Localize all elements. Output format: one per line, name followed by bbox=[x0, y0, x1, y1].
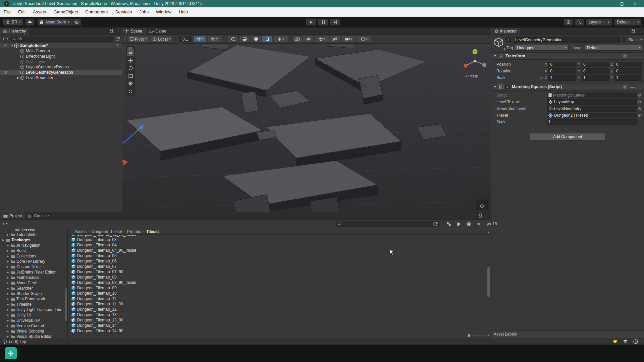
axis-z-field[interactable]: 0 bbox=[614, 62, 642, 67]
asset-item[interactable]: Dungeon_Tilemap_08 bbox=[68, 275, 486, 280]
shadow-toggle-button[interactable] bbox=[251, 36, 261, 42]
file-list-scrollbar[interactable]: ▲ ▼ bbox=[487, 235, 490, 333]
foldout-arrow-icon[interactable]: ▼ bbox=[493, 54, 497, 58]
scene-visibility-icon[interactable] bbox=[3, 44, 7, 48]
axis-x-field[interactable]: 1 bbox=[548, 75, 576, 81]
account-button[interactable]: BR▾ bbox=[3, 19, 23, 25]
menu-item[interactable]: Component bbox=[82, 7, 111, 16]
rotate-tool-button[interactable] bbox=[127, 65, 134, 72]
overlay-handle-icon[interactable]: ‖ bbox=[124, 37, 126, 42]
chevron-down-icon[interactable]: ▾ bbox=[216, 38, 218, 41]
asset-item[interactable]: Dungeon_Tilemap_06 bbox=[68, 258, 486, 264]
chevron-down-icon[interactable]: ▾ bbox=[324, 38, 325, 41]
object-picker-icon[interactable]: ⊙ bbox=[637, 93, 642, 98]
folder-row[interactable]: ▶ Custom NUnit bbox=[0, 264, 67, 269]
chevron-down-icon[interactable]: ▾ bbox=[7, 37, 8, 40]
menu-item[interactable]: Help bbox=[175, 7, 192, 16]
expand-arrow-icon[interactable]: ▶ bbox=[7, 249, 10, 252]
tree-scrollbar-thumb[interactable] bbox=[65, 288, 67, 321]
camera-preview-overlay[interactable] bbox=[476, 199, 488, 210]
menu-item[interactable]: File bbox=[0, 7, 14, 16]
component-enabled-checkbox[interactable]: ✓ bbox=[505, 85, 510, 89]
presets-icon[interactable] bbox=[630, 85, 635, 89]
chevron-down-icon[interactable]: ▾ bbox=[201, 38, 203, 41]
gameobject-name-field[interactable]: LevelGeometryGeneration bbox=[513, 37, 620, 43]
pivot-mode-button[interactable]: Pivot▾ bbox=[128, 36, 149, 42]
axis-y-field[interactable]: 1 bbox=[582, 75, 609, 81]
expand-arrow-icon[interactable]: ▶ bbox=[7, 270, 10, 274]
asset-item[interactable]: Dungeon_Tilemap_05 bbox=[68, 253, 486, 258]
expand-arrow-icon[interactable]: ▶ bbox=[7, 335, 10, 338]
menu-item[interactable]: GameObject bbox=[50, 7, 82, 16]
lock-icon[interactable] bbox=[479, 215, 482, 218]
hierarchy-item[interactable]: ▶ LevelGeometry bbox=[0, 75, 122, 80]
presets-icon[interactable] bbox=[630, 54, 635, 58]
step-button[interactable] bbox=[330, 19, 340, 25]
kebab-menu-icon[interactable]: ⋮ bbox=[116, 28, 120, 33]
tab-hierarchy[interactable]: Hierarchy bbox=[0, 28, 29, 35]
tab-project[interactable]: Project bbox=[0, 213, 25, 219]
asset-item[interactable]: Dungeon_Tilemap_13 bbox=[68, 312, 486, 317]
expand-arrow-icon[interactable]: ▶ bbox=[7, 329, 10, 333]
expand-arrow-icon[interactable]: ▶ bbox=[7, 287, 10, 290]
move-tool-button[interactable] bbox=[127, 57, 134, 64]
package-manager-icon[interactable] bbox=[623, 340, 628, 344]
asset-item[interactable]: Dungeon_Tilemap_03 bbox=[68, 237, 486, 242]
asset-item[interactable]: Dungeon_Tilemap_11 bbox=[68, 296, 486, 301]
axis-x-field[interactable]: 0 bbox=[548, 62, 576, 67]
search-warnings-button[interactable] bbox=[464, 221, 474, 227]
close-button[interactable]: ✕ bbox=[633, 1, 637, 6]
folder-row[interactable]: ▶ Universal RP bbox=[0, 318, 67, 323]
object-field[interactable]: LevelGeometry bbox=[547, 106, 637, 112]
hierarchy-item[interactable]: ▶ LayoutGeneratorRooms bbox=[0, 64, 122, 70]
orientation-mode-button[interactable]: Local▾ bbox=[151, 36, 172, 42]
cloud-button[interactable] bbox=[25, 19, 34, 25]
hierarchy-item[interactable]: ▶ Directional Light bbox=[0, 54, 122, 59]
hidden-items-button[interactable]: 18 bbox=[484, 221, 500, 227]
status-message[interactable]: (3, 6) Top bbox=[9, 339, 26, 344]
axis-z-field[interactable]: 0 bbox=[614, 68, 642, 74]
static-checkbox[interactable]: ✓ bbox=[622, 38, 626, 42]
kebab-menu-icon[interactable]: ⋮ bbox=[115, 43, 119, 48]
chevron-down-icon[interactable]: ▾ bbox=[640, 38, 642, 41]
create-asset-button[interactable]: + bbox=[2, 221, 5, 227]
grid-visibility-toggle[interactable]: Y ▾ bbox=[194, 36, 206, 42]
folder-row[interactable]: ▶ Tilesets bbox=[0, 229, 67, 232]
folder-row[interactable]: ▶ Mathematics bbox=[0, 275, 67, 280]
scroll-up-icon[interactable]: ▲ bbox=[487, 231, 490, 234]
expand-arrow-icon[interactable]: ▶ bbox=[7, 292, 10, 295]
asset-item[interactable]: Dungeon_Tilemap_14 bbox=[68, 323, 486, 328]
activity-indicator-icon[interactable] bbox=[633, 339, 638, 344]
effects-dropdown-button[interactable]: ▾ bbox=[315, 36, 329, 42]
folder-row[interactable]: ▶ TutorialInfo bbox=[0, 232, 67, 237]
folder-row[interactable]: ▶ Mono Cecil bbox=[0, 280, 67, 286]
debug-icon[interactable] bbox=[612, 339, 618, 344]
2d-mode-toggle[interactable]: 2D bbox=[293, 36, 302, 42]
folder-row[interactable]: ▶ Unity UI bbox=[0, 312, 67, 318]
asset-item[interactable]: Dungeon_Tilemap_07_90 bbox=[68, 269, 486, 275]
folder-row[interactable]: ▶ Visual Scripting bbox=[0, 328, 67, 334]
folder-row[interactable]: ▶ Packages bbox=[0, 237, 67, 243]
asset-item[interactable]: Dungeon_Tilemap_12 bbox=[68, 307, 486, 312]
kebab-menu-icon[interactable]: ⋮ bbox=[638, 28, 642, 33]
folder-row[interactable]: ▶ Collections bbox=[0, 253, 67, 259]
breadcrumb-item[interactable]: Dungeon_Tileset bbox=[92, 229, 122, 234]
folder-row[interactable]: ▶ JetBrains Rider Editor bbox=[0, 269, 67, 275]
active-checkbox[interactable]: ✓ bbox=[506, 38, 511, 42]
asset-item[interactable]: Dungeon_Tilemap_04 bbox=[68, 242, 486, 248]
menu-item[interactable]: Window bbox=[152, 7, 175, 16]
axis-y-field[interactable]: 0 bbox=[582, 68, 609, 74]
health-app-icon[interactable] bbox=[5, 347, 17, 359]
gizmos-toggle[interactable]: ▾ bbox=[357, 36, 371, 42]
folder-row[interactable]: ▶ Visual Studio Editor bbox=[0, 334, 67, 338]
folder-row[interactable]: ▶ Timeline bbox=[0, 302, 67, 307]
expand-arrow-icon[interactable]: ▶ bbox=[7, 313, 10, 317]
link-broken-icon[interactable]: ⊘ bbox=[540, 76, 545, 80]
tab-inspector[interactable]: Inspector bbox=[491, 28, 520, 35]
lock-icon[interactable] bbox=[110, 30, 113, 33]
kebab-menu-icon[interactable]: ⋮ bbox=[485, 213, 489, 218]
expand-arrow-icon[interactable]: ▶ bbox=[7, 308, 10, 311]
camera-settings-button[interactable]: ▾ bbox=[341, 36, 356, 42]
kebab-menu-icon[interactable]: ⋮ bbox=[638, 84, 642, 89]
scroll-down-icon[interactable]: ▼ bbox=[487, 334, 490, 337]
